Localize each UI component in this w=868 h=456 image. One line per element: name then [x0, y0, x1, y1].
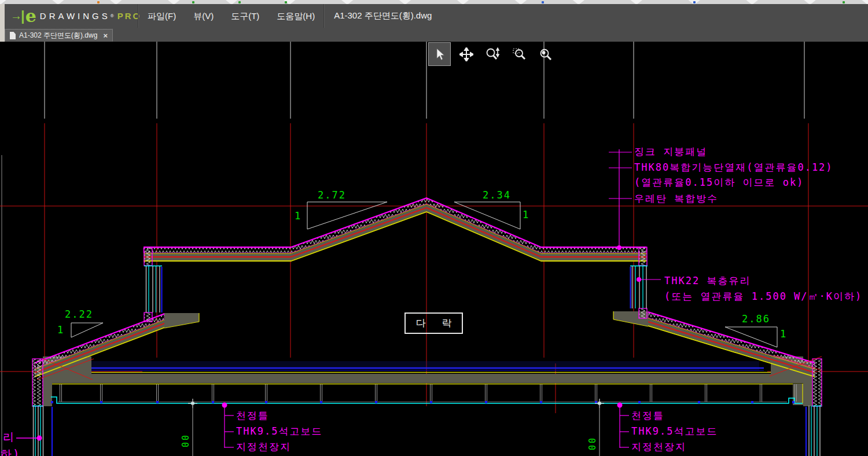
callout-ceiling-paper: 지정천장지: [631, 442, 686, 453]
slope-rise-label: 1: [523, 209, 529, 220]
pan-arrows-icon: [459, 47, 473, 61]
callout-glazing: THK22 복층유리: [664, 275, 751, 286]
callout-roof-insulation-note: (열관류율0.15이하 이므로 ok): [634, 177, 804, 188]
callout-roof-panel: 징크 지붕패널: [634, 146, 707, 157]
zoom-fit-tool-button[interactable]: [535, 42, 557, 66]
dimension-text-vertical: 00: [587, 438, 597, 452]
select-tool-button[interactable]: [428, 42, 451, 66]
callout-gypsum-board: THK9.5석고보드: [236, 426, 322, 437]
callout-roof-insulation: THK80복합기능단열재(열관류율0.12): [634, 162, 833, 173]
slope-rise-label: 1: [295, 211, 301, 222]
dimension-text-vertical: 00: [180, 435, 190, 449]
callout-glazing-note: (또는 열관류율 1.500 W/㎡·K이하): [664, 291, 862, 302]
slope-run-label: 2.72: [318, 190, 346, 201]
magnifier-updown-icon: [486, 47, 501, 61]
zoom-area-tool-button[interactable]: [508, 42, 531, 66]
callout-ceiling-paper: 지정천장지: [236, 442, 291, 453]
application-window: →|e DRAWINGS® PRO 파일(F) 뷰(V) 도구(T) 도움말(H…: [0, 0, 868, 456]
edge-callout-fragment: 리: [3, 431, 15, 443]
cursor-arrow-icon: [433, 47, 446, 61]
magnifier-area-icon: [512, 47, 527, 61]
magnifier-fit-icon: [539, 47, 554, 61]
slope-run-label: 2.86: [742, 314, 770, 325]
callout-ceiling-frame: 천정틀: [236, 410, 269, 421]
slope-run-label: 2.22: [65, 309, 93, 320]
slope-run-label: 2.34: [483, 190, 511, 201]
slope-rise-label: 1: [780, 329, 787, 340]
room-label-attic: 다 락: [404, 312, 463, 334]
pan-tool-button[interactable]: [455, 42, 477, 66]
drawing-canvas[interactable]: 다 락 2.72 1 2.34 1 2.22 1 2.86 1 징크 지붕패널 …: [0, 0, 868, 456]
zoom-inout-tool-button[interactable]: [481, 42, 504, 66]
view-toolbar: [428, 42, 557, 66]
callout-roof-waterproofing: 우레탄 복합방수: [634, 193, 718, 204]
callout-ceiling-frame: 천정틀: [631, 410, 664, 421]
callout-gypsum-board: THK9.5석고보드: [631, 426, 718, 437]
edge-callout-fragment: 하): [1, 448, 20, 456]
cad-section-drawing: [0, 0, 868, 456]
slope-rise-label: 1: [57, 325, 64, 336]
